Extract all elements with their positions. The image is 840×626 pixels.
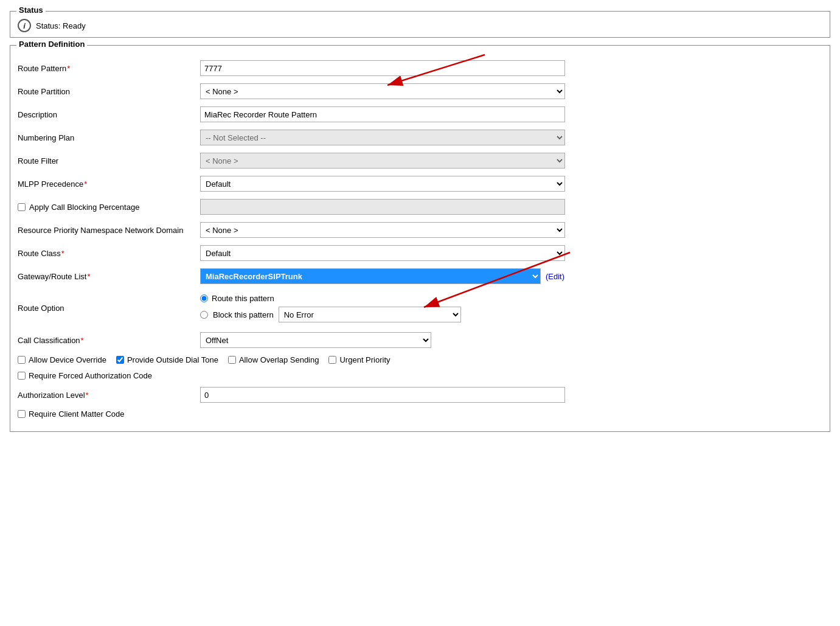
call-classification-label: Call Classification* [18,329,200,352]
route-filter-select[interactable]: < None > [200,153,565,169]
resource-priority-label: Resource Priority Namespace Network Doma… [18,218,200,242]
resource-priority-control: < None > [200,218,822,242]
status-text: Status: Ready [36,21,86,30]
gateway-select-wrapper: MiaRecRecorderSIPTrunk (Edit) [200,268,564,284]
route-this-pattern-label: Route this pattern [212,294,274,303]
route-partition-select[interactable]: < None > [200,83,565,99]
authorization-level-label: Authorization Level* [18,383,200,406]
status-section: Status i Status: Ready [10,11,830,38]
call-classification-select[interactable]: OffNet [200,332,431,348]
description-input[interactable] [200,106,565,122]
authorization-level-control [200,383,822,406]
allow-device-override-checkbox[interactable] [18,356,26,364]
require-client-matter-item: Require Client Matter Code [18,409,125,419]
require-forced-auth-item: Require Forced Authorization Code [18,371,152,380]
route-pattern-control [200,57,822,80]
require-client-matter-row: Require Client Matter Code [18,406,822,422]
apply-call-blocking-label: Apply Call Blocking Percentage [18,195,200,218]
apply-call-blocking-checkbox[interactable] [18,203,26,211]
route-option-control: Route this pattern Block this pattern No… [200,288,822,329]
pattern-section-title: Pattern Definition [16,40,87,49]
mlpp-precedence-label: MLPP Precedence* [18,172,200,195]
route-pattern-input[interactable] [200,60,565,76]
checkboxes-row: Allow Device Override Provide Outside Di… [18,352,822,368]
route-option-inner: Route this pattern Block this pattern No… [200,291,461,325]
allow-overlap-sending-checkbox[interactable] [228,356,236,364]
info-icon: i [18,19,31,32]
require-forced-auth-checkbox[interactable] [18,372,26,380]
require-client-matter-checkbox[interactable] [18,410,26,418]
route-this-pattern-row: Route this pattern [200,294,461,303]
route-pattern-label: Route Pattern* [18,57,200,80]
route-partition-control: < None > [200,80,822,103]
numbering-plan-label: Numbering Plan [18,126,200,149]
status-section-title: Status [16,5,46,15]
description-label: Description [18,103,200,126]
resource-priority-select[interactable]: < None > [200,222,565,238]
form-grid: Route Pattern* Route Partition < None > … [18,57,822,422]
gateway-route-list-select[interactable]: MiaRecRecorderSIPTrunk [200,268,541,284]
allow-overlap-sending-item: Allow Overlap Sending [228,355,319,364]
route-filter-label: Route Filter [18,149,200,172]
gateway-edit-link[interactable]: (Edit) [546,272,564,281]
route-class-control: Default [200,242,822,265]
route-class-label: Route Class* [18,242,200,265]
description-control [200,103,822,126]
urgent-priority-checkbox[interactable] [328,356,336,364]
allow-device-override-item: Allow Device Override [18,355,106,364]
pattern-definition-section: Pattern Definition Route [10,45,830,432]
route-partition-label: Route Partition [18,80,200,103]
route-this-pattern-radio[interactable] [200,294,208,302]
block-this-pattern-label: Block this pattern [213,310,274,319]
mlpp-precedence-control: Default [200,172,822,195]
urgent-priority-item: Urgent Priority [328,355,390,364]
mlpp-precedence-select[interactable]: Default [200,176,565,192]
require-forced-auth-row: Require Forced Authorization Code [18,368,822,383]
block-this-pattern-radio[interactable] [200,311,208,319]
numbering-plan-select[interactable]: -- Not Selected -- [200,130,565,145]
gateway-route-list-label: Gateway/Route List* [18,265,200,288]
call-classification-control: OffNet [200,329,822,352]
route-filter-control: < None > [200,149,822,172]
numbering-plan-control: -- Not Selected -- [200,126,822,149]
apply-call-blocking-disabled-box [200,195,822,218]
block-this-pattern-row: Block this pattern No Error [200,307,461,322]
route-option-label: Route Option [18,288,200,329]
provide-outside-dial-tone-item: Provide Outside Dial Tone [116,355,218,364]
block-error-select[interactable]: No Error [279,307,461,322]
authorization-level-input[interactable] [200,387,565,403]
route-class-select[interactable]: Default [200,245,565,261]
provide-outside-dial-tone-checkbox[interactable] [116,356,124,364]
gateway-route-list-control: MiaRecRecorderSIPTrunk (Edit) [200,265,822,288]
